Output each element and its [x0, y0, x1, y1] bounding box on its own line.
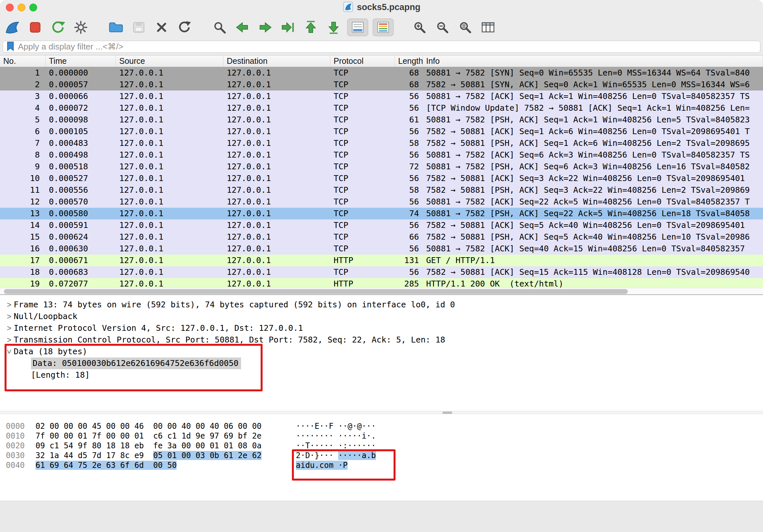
close-file-button[interactable]	[153, 18, 171, 37]
restart-capture-button[interactable]	[49, 18, 67, 37]
detail-line[interactable]: >Data (18 bytes)	[0, 346, 763, 357]
cell-len: 56	[395, 196, 423, 208]
column-header-destination[interactable]: Destination	[224, 55, 330, 67]
cell-info: 7582 → 50881 [ACK] Seq=3 Ack=22 Win=4082…	[423, 173, 763, 184]
packet-row[interactable]: 160.000630127.0.0.1127.0.0.1TCP5650881 →…	[0, 243, 763, 255]
hex-ascii: ····E··F ··@·@···	[296, 421, 376, 431]
go-to-packet-button[interactable]	[279, 18, 297, 37]
find-packet-button[interactable]	[210, 18, 229, 37]
detail-line[interactable]: [Length: 18]	[0, 369, 763, 381]
hex-row[interactable]: 003032 1a 44 d5 7d 17 8c e9 05 01 00 03 …	[0, 451, 763, 460]
display-filter-field[interactable]	[3, 41, 760, 53]
close-window-button[interactable]	[6, 4, 14, 11]
packet-row[interactable]: 10.000000127.0.0.1127.0.0.1TCP6850881 → …	[0, 67, 763, 79]
chevron-collapsed-icon[interactable]: >	[5, 334, 14, 346]
packet-row[interactable]: 130.000580127.0.0.1127.0.0.1TCP7450881 →…	[0, 208, 763, 220]
packet-row[interactable]: 150.000624127.0.0.1127.0.0.1TCP667582 → …	[0, 231, 763, 243]
chevron-collapsed-icon[interactable]: >	[5, 299, 14, 310]
go-forward-button[interactable]	[256, 18, 274, 37]
packet-row[interactable]: 170.000671127.0.0.1127.0.0.1HTTP131GET /…	[0, 255, 763, 266]
start-capture-button[interactable]	[3, 18, 22, 37]
zoom-in-button[interactable]	[410, 18, 429, 37]
column-header-no[interactable]: No.	[0, 55, 46, 67]
splitter-handle[interactable]	[442, 411, 452, 414]
restart-icon	[51, 20, 65, 35]
packet-row[interactable]: 80.000498127.0.0.1127.0.0.1TCP5650881 → …	[0, 149, 763, 161]
cell-info: 50881 → 7582 [PSH, ACK] Seq=22 Ack=5 Win…	[423, 208, 763, 220]
colorize-toggle[interactable]	[373, 19, 393, 36]
packet-row[interactable]: 30.000066127.0.0.1127.0.0.1TCP5650881 → …	[0, 91, 763, 102]
packet-row[interactable]: 100.000527127.0.0.1127.0.0.1TCP567582 → …	[0, 173, 763, 184]
hex-row[interactable]: 002009 c1 54 9f 80 18 18 eb fe 3a 00 00 …	[0, 441, 763, 451]
traffic-lights	[6, 4, 37, 11]
cell-len: 68	[395, 67, 423, 79]
zoom-out-icon	[435, 20, 450, 35]
detail-line[interactable]: >Frame 13: 74 bytes on wire (592 bits), …	[0, 299, 763, 310]
detail-line[interactable]: >Transmission Control Protocol, Src Port…	[0, 334, 763, 346]
hex-row[interactable]: 00107f 00 00 01 7f 00 00 01 c6 c1 1d 9e …	[0, 431, 763, 441]
packet-row[interactable]: 120.000570127.0.0.1127.0.0.1TCP5650881 →…	[0, 196, 763, 208]
detail-text: Data (18 bytes)	[14, 346, 87, 357]
chevron-collapsed-icon[interactable]: >	[5, 310, 14, 322]
cell-proto: TCP	[330, 208, 395, 220]
minimize-window-button[interactable]	[18, 4, 25, 11]
wireshark-document-icon	[342, 1, 354, 14]
detail-text: Data: 050100030b612e62616964752e636f6d00…	[31, 357, 241, 369]
reload-file-button[interactable]	[175, 18, 193, 37]
packet-row[interactable]: 60.000105127.0.0.1127.0.0.1TCP567582 → 5…	[0, 126, 763, 137]
column-header-length[interactable]: Length	[395, 55, 423, 67]
open-file-button[interactable]	[107, 18, 125, 37]
cell-time: 0.000527	[46, 173, 116, 184]
go-last-packet-button[interactable]	[324, 18, 343, 37]
cell-src: 127.0.0.1	[116, 255, 224, 266]
column-header-protocol[interactable]: Protocol	[330, 55, 395, 67]
detail-line[interactable]: >Internet Protocol Version 4, Src: 127.0…	[0, 322, 763, 334]
packet-row[interactable]: 70.000483127.0.0.1127.0.0.1TCP587582 → 5…	[0, 137, 763, 149]
go-first-packet-button[interactable]	[302, 18, 320, 37]
cell-no: 15	[0, 231, 46, 243]
auto-scroll-toggle[interactable]	[347, 19, 368, 36]
packet-row[interactable]: 90.000518127.0.0.1127.0.0.1TCP7250881 → …	[0, 161, 763, 173]
packet-row[interactable]: 180.000683127.0.0.1127.0.0.1TCP567582 → …	[0, 266, 763, 278]
detail-line[interactable]: >Null/Loopback	[0, 310, 763, 322]
column-header-source[interactable]: Source	[116, 55, 224, 67]
packet-row[interactable]: 40.000072127.0.0.1127.0.0.1TCP56[TCP Win…	[0, 102, 763, 114]
capture-options-button[interactable]	[72, 18, 90, 37]
chevron-collapsed-icon[interactable]: >	[5, 322, 14, 334]
gear-icon	[74, 20, 88, 35]
packet-row[interactable]: 50.000098127.0.0.1127.0.0.1TCP6150881 → …	[0, 114, 763, 126]
hex-row[interactable]: 004061 69 64 75 2e 63 6f 6d 00 50aidu.co…	[0, 460, 763, 470]
cell-no: 9	[0, 161, 46, 173]
stop-capture-button[interactable]	[26, 18, 44, 37]
packet-row[interactable]: 20.000057127.0.0.1127.0.0.1TCP687582 → 5…	[0, 79, 763, 91]
column-header-info[interactable]: Info	[423, 55, 763, 67]
cell-no: 18	[0, 266, 46, 278]
cell-len: 56	[395, 91, 423, 102]
cell-dst: 127.0.0.1	[224, 173, 330, 184]
go-back-button[interactable]	[233, 18, 252, 37]
resize-columns-button[interactable]	[479, 18, 497, 37]
horizontal-scrollbar[interactable]	[0, 288, 763, 295]
chevron-expanded-icon[interactable]: >	[3, 347, 15, 356]
packet-row[interactable]: 110.000556127.0.0.1127.0.0.1TCP587582 → …	[0, 184, 763, 196]
autoscroll-icon	[351, 21, 365, 34]
packet-row[interactable]: 140.000591127.0.0.1127.0.0.1TCP567582 → …	[0, 220, 763, 231]
pane-splitter[interactable]	[0, 411, 763, 414]
hex-offset: 0040	[6, 460, 25, 470]
zoom-window-button[interactable]	[29, 4, 37, 11]
detail-line[interactable]: Data: 050100030b612e62616964752e636f6d00…	[0, 357, 763, 369]
horizontal-scrollbar-thumb[interactable]	[4, 289, 628, 294]
bookmark-icon[interactable]	[6, 42, 15, 52]
find-icon	[212, 20, 227, 35]
save-file-button[interactable]	[130, 18, 148, 37]
cell-no: 14	[0, 220, 46, 231]
zoom-out-button[interactable]	[433, 18, 452, 37]
display-filter-input[interactable]	[18, 42, 757, 52]
column-header-time[interactable]: Time	[46, 55, 116, 67]
cell-dst: 127.0.0.1	[224, 255, 330, 266]
packet-row[interactable]: 190.072077127.0.0.1127.0.0.1HTTP285HTTP/…	[0, 278, 763, 288]
hex-row[interactable]: 000002 00 00 00 45 00 00 46 00 00 40 00 …	[0, 421, 763, 431]
cell-dst: 127.0.0.1	[224, 102, 330, 114]
cell-src: 127.0.0.1	[116, 208, 224, 220]
zoom-100-button[interactable]	[456, 18, 474, 37]
